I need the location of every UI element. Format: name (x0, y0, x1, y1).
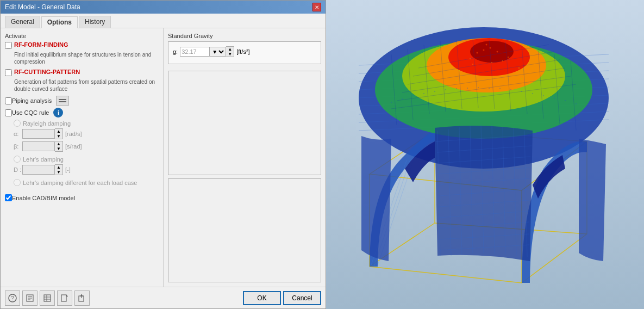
piping-analysis-checkbox[interactable] (5, 97, 12, 104)
svg-point-109 (508, 57, 509, 58)
svg-point-110 (491, 62, 492, 63)
g-spinbox: ▼ ▲ ▼ (180, 46, 234, 57)
left-panel: Activate RF-FORM-FINDING Find initial eq… (1, 28, 164, 287)
rf-form-finding-checkbox[interactable] (5, 42, 12, 49)
ok-button[interactable]: OK (243, 291, 281, 305)
cqc-rule-label: Use CQC rule (12, 109, 49, 116)
standard-gravity-box: g: ▼ ▲ ▼ [ft/s²] (168, 41, 321, 64)
g-spin-up[interactable]: ▲ (226, 47, 234, 52)
g-dropdown[interactable]: ▼ (210, 47, 226, 57)
empty-box-1 (168, 71, 321, 175)
svg-point-112 (502, 60, 503, 61)
svg-point-113 (459, 70, 460, 71)
svg-rect-12 (61, 295, 66, 301)
d-input[interactable] (22, 165, 55, 175)
beta-input[interactable] (22, 141, 55, 151)
svg-point-103 (483, 50, 485, 51)
svg-point-114 (518, 67, 520, 69)
dialog-body: Activate RF-FORM-FINDING Find initial eq… (1, 28, 326, 287)
d-spinbox: ▲ ▼ (22, 164, 63, 175)
svg-point-106 (477, 52, 478, 54)
standard-gravity-title: Standard Gravity (168, 33, 321, 39)
empty-box-2 (168, 178, 321, 283)
alpha-row: α: ▲ ▼ [rad/s] (14, 128, 159, 139)
d-spin-down[interactable]: ▼ (55, 170, 62, 175)
d-unit: [-] (65, 166, 71, 173)
tab-options[interactable]: Options (41, 16, 78, 28)
beta-spin-down[interactable]: ▼ (55, 146, 62, 151)
svg-point-88 (423, 93, 424, 94)
cqc-rule-checkbox[interactable] (5, 109, 12, 116)
dialog-title: Edit Model - General Data (5, 3, 80, 11)
table-button[interactable] (40, 291, 55, 306)
rf-form-finding-row: RF-FORM-FINDING (5, 41, 159, 49)
g-input[interactable] (180, 47, 210, 57)
d-spin-buttons: ▲ ▼ (55, 164, 63, 175)
svg-point-99 (543, 95, 544, 96)
svg-point-107 (486, 44, 487, 46)
rayleigh-damping-radio[interactable] (14, 120, 21, 127)
svg-point-102 (576, 103, 577, 104)
tab-general[interactable]: General (5, 16, 40, 28)
beta-unit: [s/rad] (65, 143, 82, 150)
cadbim-checkbox[interactable] (5, 194, 12, 201)
svg-rect-1 (59, 101, 66, 102)
svg-point-96 (510, 89, 511, 90)
piping-icon[interactable] (56, 96, 69, 106)
d-spin-up[interactable]: ▲ (55, 165, 62, 170)
close-button[interactable]: ✕ (312, 3, 321, 11)
svg-point-98 (532, 93, 533, 94)
standard-gravity-section: Standard Gravity g: ▼ ▲ ▼ (168, 33, 321, 67)
lehrs-damping-load-label: Lehr's damping different for each load c… (23, 180, 137, 186)
rf-cutting-pattern-row: RF-CUTTING-PATTERN (5, 69, 159, 76)
tab-history[interactable]: History (79, 16, 111, 28)
svg-point-101 (565, 100, 566, 101)
svg-point-111 (472, 64, 473, 65)
alpha-spin-down[interactable]: ▼ (55, 134, 62, 139)
svg-point-94 (489, 88, 490, 89)
rf-cutting-pattern-description: Generation of flat patterns from spatial… (14, 78, 159, 92)
help-button[interactable]: ? (5, 291, 20, 306)
svg-marker-17 (80, 294, 83, 296)
3d-mesh-visualization (326, 0, 644, 309)
rf-form-finding-description: Find initial equilibrium shape for struc… (14, 51, 159, 65)
info-button[interactable]: i (53, 108, 63, 118)
beta-spin-buttons: ▲ ▼ (55, 141, 63, 152)
svg-rect-8 (44, 295, 51, 301)
alpha-input[interactable] (22, 129, 55, 139)
rf-cutting-pattern-checkbox[interactable] (5, 69, 12, 76)
svg-point-45 (470, 41, 514, 63)
d-value-row: D : ▲ ▼ [-] (14, 164, 159, 175)
import-button[interactable] (74, 291, 90, 306)
export-button[interactable] (57, 291, 72, 306)
cadbim-row: Enable CAD/BIM model (5, 194, 159, 201)
rayleigh-damping-label: Rayleigh damping (23, 120, 71, 127)
piping-analysis-row: Piping analysis (5, 96, 159, 106)
svg-point-90 (445, 89, 446, 90)
beta-label: β: (14, 143, 22, 150)
svg-point-116 (521, 78, 522, 79)
svg-point-100 (554, 97, 555, 98)
edit-model-dialog: Edit Model - General Data ✕ General Opti… (0, 0, 326, 309)
cqc-rule-row: Use CQC rule i (5, 108, 159, 118)
svg-point-84 (380, 106, 381, 107)
right-panel: Standard Gravity g: ▼ ▲ ▼ (164, 28, 326, 287)
svg-point-89 (434, 91, 435, 92)
piping-analysis-label: Piping analysis (12, 97, 52, 104)
beta-spin-up[interactable]: ▲ (55, 141, 62, 146)
svg-point-86 (402, 98, 403, 100)
svg-point-115 (456, 80, 457, 81)
svg-point-93 (478, 87, 479, 88)
alpha-spin-up[interactable]: ▲ (55, 129, 62, 134)
svg-point-85 (391, 102, 392, 103)
svg-point-108 (470, 58, 471, 59)
svg-point-91 (456, 88, 457, 89)
lehrs-damping-radio[interactable] (14, 156, 21, 163)
g-spin-down[interactable]: ▼ (226, 52, 234, 57)
edit-button[interactable] (22, 291, 37, 306)
lehrs-damping-load-radio[interactable] (14, 179, 21, 186)
svg-text:?: ? (11, 295, 14, 301)
dialog-footer: ? OK Cancel (1, 287, 326, 308)
cancel-button[interactable]: Cancel (283, 291, 321, 305)
lehrs-damping-load-row: Lehr's damping different for each load c… (14, 179, 159, 186)
